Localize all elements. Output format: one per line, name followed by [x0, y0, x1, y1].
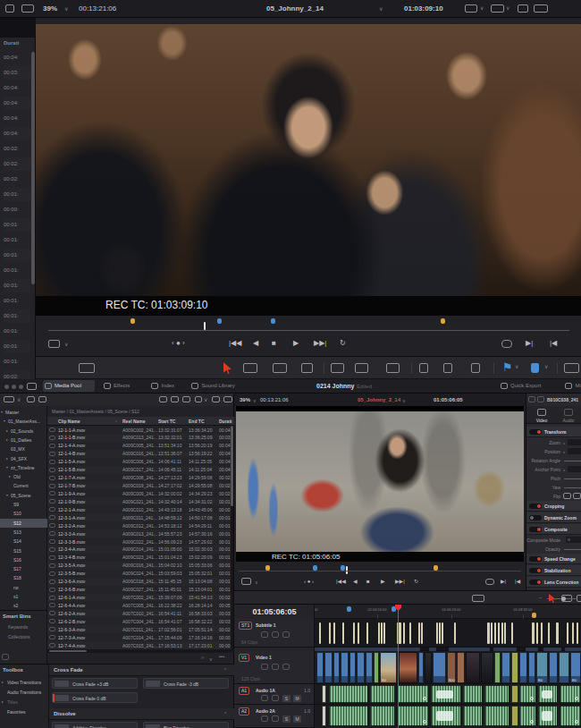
subtitle-clip[interactable]: [494, 622, 496, 644]
track-badge[interactable]: A1: [239, 687, 249, 695]
bin-item-01-masterass-[interactable]: ▾01_MasterAss...: [0, 417, 47, 426]
chevron-down-icon[interactable]: ∨: [204, 397, 207, 402]
viewer2-clip-title[interactable]: 05_Johnny_2_14: [358, 397, 400, 402]
track-badge[interactable]: V1: [239, 654, 249, 662]
chevron-down-icon[interactable]: ∨: [253, 398, 257, 403]
go-to-last-frame-button[interactable]: ▶▶|: [395, 578, 405, 585]
chevron-down-icon[interactable]: ∨: [209, 656, 213, 662]
flip-vertical-icon[interactable]: [573, 493, 581, 499]
bin-item-s13[interactable]: S13: [0, 528, 47, 537]
clip-row[interactable]: 12-1-7-A.movA009C008_241...14:27:13:2314…: [47, 474, 231, 482]
inspector-section-cropping[interactable]: Cropping: [526, 501, 581, 512]
inspector-section-stabilization[interactable]: Stabilization: [526, 565, 581, 576]
audio-clip[interactable]: [329, 685, 368, 703]
bin-item-s1[interactable]: s1: [0, 592, 47, 601]
search-icon[interactable]: [195, 396, 202, 402]
razor-edit-icon[interactable]: [301, 363, 313, 373]
tab-sound-library[interactable]: Sound Library: [189, 380, 253, 392]
track-lock-icon[interactable]: [261, 631, 268, 638]
mute-button[interactable]: M: [293, 715, 301, 723]
bin-item-master[interactable]: ▾Master: [0, 408, 47, 417]
audio-clip[interactable]: [484, 685, 509, 703]
subtitle-clip[interactable]: [421, 622, 423, 644]
trim-edit-icon[interactable]: [243, 363, 257, 373]
bin-item-zz-timeline[interactable]: ▾zz_Timeline: [0, 463, 47, 472]
collapse-icon[interactable]: ^: [224, 711, 226, 716]
video-clip[interactable]: [528, 652, 535, 683]
track-option-icon[interactable]: [272, 631, 279, 638]
chevron-down-icon[interactable]: ▾: [6, 493, 8, 497]
subtitle-clip[interactable]: [577, 622, 578, 644]
inspector-section-lens-correction[interactable]: Lens Correction: [526, 577, 581, 588]
value-box[interactable]: [568, 439, 581, 445]
chevron-down-icon[interactable]: ∨: [544, 364, 548, 369]
subtitle-clip[interactable]: [329, 622, 331, 644]
bin-item-s12[interactable]: S12: [0, 519, 47, 528]
track-option-icon[interactable]: [272, 715, 279, 722]
link-selection-icon[interactable]: [443, 363, 452, 373]
subtitle-clip[interactable]: [353, 622, 355, 644]
track-level[interactable]: 1.0: [304, 688, 310, 693]
toolbox-item-audio-transitions[interactable]: Audio Transitions: [0, 688, 49, 697]
toggle-speed-change[interactable]: [529, 556, 542, 562]
subtitle-clip[interactable]: [487, 622, 490, 644]
import-folder-icon[interactable]: [38, 396, 46, 402]
track-header-a2[interactable]: A2Audio 2A1.0SM: [234, 705, 314, 728]
tab-effects[interactable]: Effects: [102, 380, 142, 392]
track-option-icon[interactable]: [272, 664, 279, 670]
transition-item-cross-fade-3-db[interactable]: Cross Fade +3 dB: [52, 678, 138, 689]
clip-row[interactable]: 12-3-6-B.movA009C027_241...15:11:45:0115…: [47, 586, 231, 594]
stop-button[interactable]: ■: [272, 339, 276, 348]
track-level[interactable]: 1.0: [304, 708, 310, 714]
subtitle-clip[interactable]: [383, 622, 385, 644]
quality-icon[interactable]: [491, 4, 504, 13]
smart-bins-header[interactable]: Smart Bins: [3, 614, 31, 619]
next-edit-icon[interactable]: ▶|: [501, 578, 506, 585]
audio-clip[interactable]: [519, 706, 536, 726]
ruler-marker-blue[interactable]: [347, 606, 351, 612]
duration-column-header[interactable]: Durati: [4, 40, 19, 46]
bin-item-old[interactable]: ▸Old: [0, 472, 47, 481]
video-clip[interactable]: [466, 652, 480, 683]
transition-item-additive-dissolve[interactable]: Additive Dissolve: [52, 722, 138, 728]
video-clip[interactable]: [481, 652, 493, 683]
overwrite-clip-icon[interactable]: [355, 363, 368, 373]
chevron-down-icon[interactable]: ▾: [1, 410, 3, 414]
timeline-ruler[interactable]: 01:02:08:0001:04:16:0001:06:24:0001:08:3…: [315, 605, 581, 619]
subtitle-clip[interactable]: [342, 622, 344, 644]
timeline-timecode[interactable]: 01:05:06:05: [234, 607, 315, 616]
track-lock-icon[interactable]: [261, 695, 268, 701]
video-clip[interactable]: [511, 652, 518, 683]
track-header-st1[interactable]: ST1Subtitle 164 Clips: [234, 619, 314, 648]
viewer-scrubber[interactable]: [48, 330, 569, 331]
timeline-marker-yellow[interactable]: [131, 318, 135, 324]
bin-item-05-scene[interactable]: ▾05_Scene: [0, 491, 47, 500]
list-view-icon[interactable]: [182, 396, 190, 402]
subtitle-clip[interactable]: [319, 622, 321, 644]
search-icon[interactable]: ⌕: [201, 655, 204, 661]
video-clip[interactable]: [418, 652, 424, 683]
download-icon[interactable]: [5, 4, 14, 13]
stop-button[interactable]: ■: [366, 578, 370, 585]
breadcrumb[interactable]: Master / 01_MasterAssets / 05_Scene / S1…: [52, 409, 139, 414]
toggle-cropping[interactable]: [529, 504, 542, 509]
video-clip[interactable]: 800: [447, 652, 465, 683]
flag-icon[interactable]: ⚑: [502, 361, 513, 373]
subtitle-clip[interactable]: [366, 622, 368, 644]
clip-row[interactable]: 12-3-1-A.movA009C011_241...14:48:59:1214…: [47, 513, 231, 521]
clip-row[interactable]: 12-1-4-A.movA009C005_241...13:51:34:1013…: [47, 442, 231, 450]
video-clip[interactable]: [425, 652, 432, 683]
video-clip[interactable]: [399, 652, 417, 683]
video-clip[interactable]: B0: [536, 652, 548, 683]
clip-row[interactable]: 12-6-4-A.movA007C005_241...16:22:38:2216…: [47, 601, 231, 609]
viewer-clip-title[interactable]: 05_Johnny_2_14: [215, 4, 375, 13]
viewer-zoom-level[interactable]: 39%: [43, 4, 57, 13]
chevron-down-icon[interactable]: ∨: [480, 5, 484, 11]
timeline-marker-yellow[interactable]: [441, 318, 445, 324]
go-to-last-frame-button[interactable]: ▶▶|: [314, 339, 326, 348]
more-icon[interactable]: •••: [219, 654, 224, 659]
slider-rotation-angle[interactable]: [564, 461, 581, 461]
subtitle-clip[interactable]: [409, 622, 411, 644]
audio-clip[interactable]: [322, 706, 326, 726]
audio2-track-content[interactable]: [315, 705, 581, 728]
